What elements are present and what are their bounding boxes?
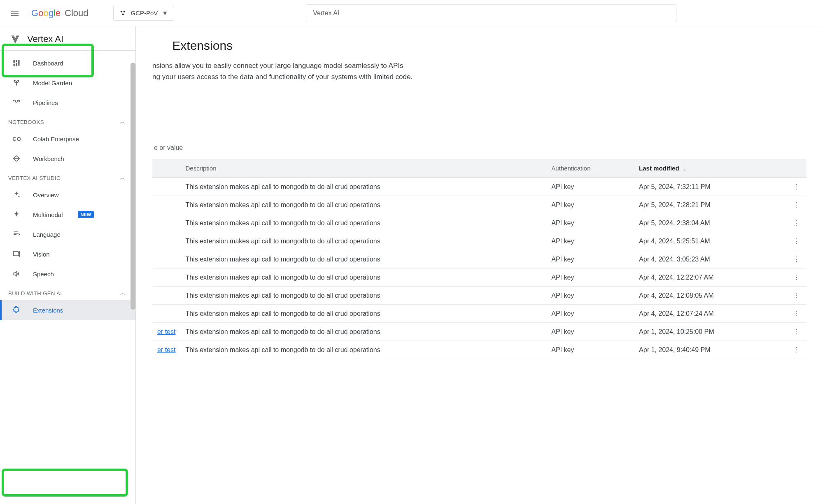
- description-cell: This extension makes api call to mongodb…: [180, 232, 546, 250]
- extension-name-link[interactable]: er test: [152, 341, 180, 359]
- auth-cell: API key: [546, 232, 634, 250]
- sidebar-section-vertex-ai-studio[interactable]: VERTEX AI STUDIO︿: [0, 168, 135, 185]
- col-authentication[interactable]: Authentication: [546, 159, 634, 178]
- description-cell: This extension makes api call to mongodb…: [180, 341, 546, 359]
- description-cell: This extension makes api call to mongodb…: [180, 323, 546, 341]
- table-row: This extension makes api call to mongodb…: [152, 268, 807, 287]
- menu-icon[interactable]: [7, 5, 23, 21]
- auth-cell: API key: [546, 214, 634, 232]
- flow-icon: [12, 98, 21, 107]
- extensions-table: Description Authentication Last modified…: [152, 159, 807, 359]
- row-actions-menu[interactable]: ⋮: [786, 287, 807, 305]
- col-name-partial[interactable]: [152, 159, 180, 178]
- section-label: VERTEX AI STUDIO: [8, 175, 61, 181]
- chevron-up-icon: ︿: [120, 289, 126, 297]
- sidebar-section-notebooks[interactable]: NOTEBOOKS︿: [0, 112, 135, 129]
- speech-icon: [12, 270, 21, 278]
- sort-descending-icon: ↓: [683, 165, 687, 172]
- sidebar-item-extensions[interactable]: Extensions: [0, 300, 135, 320]
- row-actions-menu[interactable]: ⋮: [786, 178, 807, 196]
- extension-name-cell: [152, 287, 180, 305]
- sidebar-item-pipelines[interactable]: Pipelines: [0, 93, 135, 112]
- modified-cell: Apr 5, 2024, 7:32:11 PM: [634, 178, 786, 196]
- lang-icon: [12, 230, 21, 238]
- filter-input[interactable]: e or value: [152, 140, 807, 156]
- sidebar-item-label: Speech: [33, 271, 54, 278]
- workbench-icon: [12, 154, 21, 163]
- sidebar-section-build-with-gen-ai[interactable]: BUILD WITH GEN AI︿: [0, 284, 135, 300]
- sidebar-item-label: Model Garden: [33, 79, 72, 86]
- intro-line-2: ng your users access to the data and fun…: [152, 71, 523, 82]
- table-row: This extension makes api call to mongodb…: [152, 214, 807, 232]
- svg-point-2: [122, 13, 124, 15]
- new-badge: NEW: [78, 211, 94, 218]
- sidebar-item-workbench[interactable]: Workbench: [0, 149, 135, 168]
- page-title: My Extensions: [152, 39, 807, 53]
- extension-name-cell: [152, 196, 180, 214]
- table-row: This extension makes api call to mongodb…: [152, 305, 807, 323]
- row-actions-menu[interactable]: ⋮: [786, 323, 807, 341]
- sidebar-item-label: Pipelines: [33, 99, 58, 106]
- col-last-modified[interactable]: Last modified ↓: [634, 159, 786, 178]
- table-row: This extension makes api call to mongodb…: [152, 232, 807, 250]
- logo-cloud-text: Cloud: [65, 8, 88, 19]
- extension-name-link[interactable]: er test: [152, 323, 180, 341]
- description-cell: This extension makes api call to mongodb…: [180, 250, 546, 268]
- chevron-up-icon: ︿: [120, 118, 126, 126]
- auth-cell: API key: [546, 305, 634, 323]
- row-actions-menu[interactable]: ⋮: [786, 305, 807, 323]
- sidebar-item-dashboard[interactable]: Dashboard: [0, 53, 135, 73]
- table-row: This extension makes api call to mongodb…: [152, 287, 807, 305]
- modified-cell: Apr 4, 2024, 12:07:24 AM: [634, 305, 786, 323]
- sidebar-item-label: Language: [33, 231, 61, 238]
- sidebar-item-label: Overview: [33, 191, 59, 198]
- description-cell: This extension makes api call to mongodb…: [180, 196, 546, 214]
- google-cloud-logo[interactable]: Google Cloud: [31, 8, 89, 19]
- top-bar: Google Cloud GCP-PoV ▼ Vertex AI: [0, 0, 823, 26]
- vertex-ai-icon: [10, 34, 21, 44]
- modified-cell: Apr 4, 2024, 12:22:07 AM: [634, 268, 786, 287]
- description-cell: This extension makes api call to mongodb…: [180, 214, 546, 232]
- row-actions-menu[interactable]: ⋮: [786, 232, 807, 250]
- chevron-up-icon: ︿: [120, 174, 126, 182]
- sidebar-item-language[interactable]: Language: [0, 224, 135, 244]
- col-description[interactable]: Description: [180, 159, 546, 178]
- sidebar-item-label: Vision: [33, 251, 50, 258]
- extension-name-cell: [152, 214, 180, 232]
- sidebar-item-model-garden[interactable]: Model Garden: [0, 73, 135, 93]
- section-label: BUILD WITH GEN AI: [8, 290, 62, 296]
- row-actions-menu[interactable]: ⋮: [786, 268, 807, 287]
- extension-name-cell: [152, 268, 180, 287]
- auth-cell: API key: [546, 178, 634, 196]
- search-box[interactable]: Vertex AI: [306, 4, 676, 22]
- row-actions-menu[interactable]: ⋮: [786, 214, 807, 232]
- modified-cell: Apr 4, 2024, 3:05:23 AM: [634, 250, 786, 268]
- row-actions-menu[interactable]: ⋮: [786, 196, 807, 214]
- sidebar-header-label: Vertex AI: [27, 34, 63, 44]
- section-label: NOTEBOOKS: [8, 119, 44, 125]
- project-icon: [119, 9, 127, 17]
- sidebar-item-vision[interactable]: Vision: [0, 244, 135, 264]
- modified-cell: Apr 4, 2024, 5:25:51 AM: [634, 232, 786, 250]
- sidebar-item-multimodal[interactable]: MultimodalNEW: [0, 205, 135, 224]
- table-row: This extension makes api call to mongodb…: [152, 250, 807, 268]
- row-actions-menu[interactable]: ⋮: [786, 250, 807, 268]
- sidebar-item-speech[interactable]: Speech: [0, 264, 135, 284]
- modified-cell: Apr 1, 2024, 10:25:00 PM: [634, 323, 786, 341]
- sidebar-item-label: Workbench: [33, 155, 64, 162]
- sidebar-item-label: Dashboard: [33, 60, 63, 67]
- sidebar-scrollbar[interactable]: [131, 63, 135, 310]
- sidebar-item-colab-enterprise[interactable]: COColab Enterprise: [0, 129, 135, 149]
- table-row: This extension makes api call to mongodb…: [152, 196, 807, 214]
- modified-cell: Apr 1, 2024, 9:40:49 PM: [634, 341, 786, 359]
- sparkles-icon: [12, 191, 21, 199]
- col-actions: [786, 159, 807, 178]
- sidebar-item-overview[interactable]: Overview: [0, 185, 135, 205]
- spark-icon: [12, 210, 21, 219]
- auth-cell: API key: [546, 341, 634, 359]
- extension-name-cell: [152, 305, 180, 323]
- sidebar-header-vertex-ai[interactable]: Vertex AI: [0, 28, 135, 51]
- row-actions-menu[interactable]: ⋮: [786, 341, 807, 359]
- annotation-highlight-extensions: [4, 471, 126, 494]
- project-picker[interactable]: GCP-PoV ▼: [113, 6, 175, 21]
